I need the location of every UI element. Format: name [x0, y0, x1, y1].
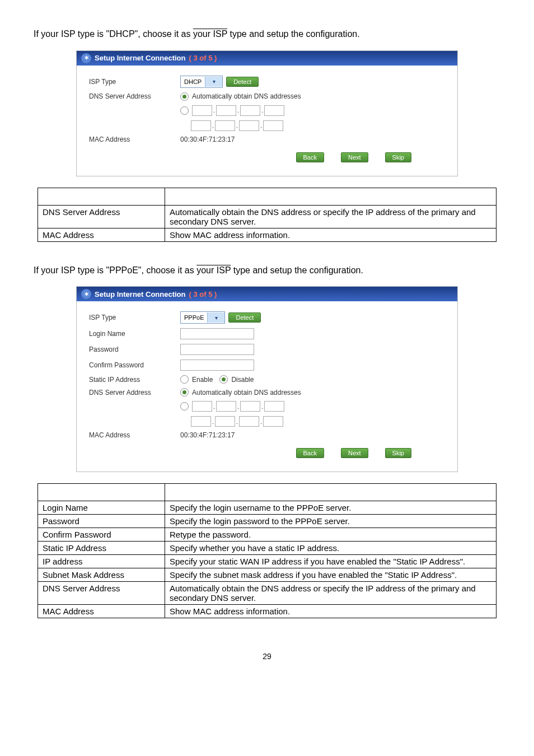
label-isp-type: ISP Type [89, 314, 176, 321]
intro-dhcp-over: your ISP [193, 29, 227, 39]
wizard-gear-icon: ✶ [81, 289, 91, 299]
label-enable: Enable [192, 376, 213, 384]
intro-dhcp-post: type and setup the configuration. [227, 29, 360, 39]
radio-dns-manual[interactable] [180, 106, 189, 115]
t2r8c2: Show MAC address information. [165, 605, 496, 618]
isp-type-dropdown[interactable]: DHCP ▾ [180, 76, 223, 88]
page-number: 29 [34, 652, 500, 661]
back-button[interactable]: Back [296, 448, 324, 458]
wizard-dhcp-body: ISP Type DHCP ▾ Detect DNS Server Addres… [77, 66, 457, 176]
label-mac-address: MAC Address [89, 431, 176, 439]
label-password: Password [89, 346, 176, 353]
dhcp-description-table: DNS Server AddressAutomatically obtain t… [38, 188, 496, 242]
intro-pppoe-over: your ISP [196, 265, 231, 275]
pppoe-description-table: Login NameSpecify the login username to … [38, 483, 496, 618]
label-dns-auto: Automatically obtain DNS addresses [192, 92, 301, 100]
radio-static-disable[interactable] [219, 375, 228, 384]
wizard-dhcp-header: ✶ Setup Internet Connection ( 3 of 5 ) [77, 51, 457, 66]
isp-type-value: PPPoE [181, 314, 207, 321]
next-button[interactable]: Next [341, 152, 368, 162]
wizard-title-step: ( 3 of 5 ) [189, 290, 217, 298]
label-confirm-password: Confirm Password [89, 361, 176, 369]
skip-button[interactable]: Skip [385, 152, 411, 162]
t1r2c2: Show MAC address information. [165, 228, 496, 241]
radio-dns-manual[interactable] [180, 402, 189, 410]
password-input[interactable] [180, 344, 254, 355]
label-disable: Disable [231, 376, 254, 384]
t2r3c1: Confirm Password [38, 528, 165, 542]
t1r2c1: MAC Address [38, 228, 165, 241]
label-mac-address: MAC Address [89, 136, 176, 143]
t2r2c2: Specify the login password to the PPPoE … [165, 515, 496, 528]
wizard-dhcp-card: ✶ Setup Internet Connection ( 3 of 5 ) I… [76, 50, 458, 176]
t2r6c1: Subnet Mask Address [38, 568, 165, 582]
back-button[interactable]: Back [296, 152, 324, 162]
wizard-title-step: ( 3 of 5 ) [189, 54, 217, 62]
confirm-password-input[interactable] [180, 360, 254, 371]
dns-primary-input[interactable]: ... [192, 401, 284, 412]
wizard-pppoe-header: ✶ Setup Internet Connection ( 3 of 5 ) [77, 287, 457, 301]
skip-button[interactable]: Skip [385, 448, 411, 458]
table1-header-c1 [38, 188, 165, 205]
dns-primary-input[interactable]: ... [192, 105, 284, 116]
isp-type-dropdown[interactable]: PPPoE ▾ [180, 311, 225, 324]
chevron-down-icon: ▾ [205, 77, 222, 87]
t1r1c2: Automatically obtain the DNS address or … [165, 205, 496, 228]
next-button[interactable]: Next [341, 448, 368, 458]
radio-dns-auto[interactable] [180, 92, 189, 101]
t2r1c2: Specify the login username to the PPPoE … [165, 501, 496, 515]
label-static-ip: Static IP Address [89, 376, 176, 384]
t2r7c2: Automatically obtain the DNS address or … [165, 582, 496, 605]
wizard-title-pre: Setup Internet Connection [95, 290, 186, 298]
t2r2c1: Password [38, 515, 165, 528]
t2r3c2: Retype the password. [165, 528, 496, 542]
label-dns-server: DNS Server Address [89, 92, 176, 100]
dns-secondary-input[interactable]: ... [191, 416, 283, 427]
t2r8c1: MAC Address [38, 605, 165, 618]
t2r5c2: Specify your static WAN IP address if yo… [165, 555, 496, 568]
detect-button[interactable]: Detect [226, 77, 259, 87]
t2r1c1: Login Name [38, 501, 165, 515]
value-mac-address: 00:30:4F:71:23:17 [180, 431, 235, 439]
table2-header-c1 [38, 484, 165, 501]
intro-pppoe-pre: If your ISP type is "PPPoE", choose it a… [34, 265, 196, 275]
label-dns-server: DNS Server Address [89, 389, 176, 396]
label-login-name: Login Name [89, 330, 176, 338]
intro-pppoe-post: type and setup the configuration. [231, 265, 363, 275]
t1r1c1: DNS Server Address [38, 205, 165, 228]
t2r4c1: Static IP Address [38, 542, 165, 555]
t2r6c2: Specify the subnet mask address if you h… [165, 568, 496, 582]
login-name-input[interactable] [180, 328, 254, 339]
dns-secondary-input[interactable]: ... [191, 120, 283, 131]
radio-static-enable[interactable] [180, 375, 189, 384]
wizard-pppoe-card: ✶ Setup Internet Connection ( 3 of 5 ) I… [76, 286, 458, 472]
intro-pppoe-paragraph: If your ISP type is "PPPoE", choose it a… [34, 264, 500, 277]
isp-type-value: DHCP [181, 78, 205, 85]
intro-dhcp-paragraph: If your ISP type is "DHCP", choose it as… [34, 28, 500, 40]
t2r4c2: Specify whether you have a static IP add… [165, 542, 496, 555]
label-dns-auto: Automatically obtain DNS addresses [192, 389, 301, 396]
detect-button[interactable]: Detect [228, 312, 261, 323]
table1-header-c2 [165, 188, 496, 205]
t2r5c1: IP address [38, 555, 165, 568]
intro-dhcp-pre: If your ISP type is "DHCP", choose it as [34, 29, 193, 39]
chevron-down-icon: ▾ [207, 312, 224, 323]
wizard-title-pre: Setup Internet Connection [95, 54, 186, 62]
wizard-gear-icon: ✶ [81, 53, 91, 63]
value-mac-address: 00:30:4F:71:23:17 [180, 136, 235, 143]
wizard-pppoe-body: ISP Type PPPoE ▾ Detect Login Name Passw… [77, 301, 457, 472]
label-isp-type: ISP Type [89, 78, 176, 86]
table2-header-c2 [165, 484, 496, 501]
radio-dns-auto[interactable] [180, 388, 189, 396]
t2r7c1: DNS Server Address [38, 582, 165, 605]
